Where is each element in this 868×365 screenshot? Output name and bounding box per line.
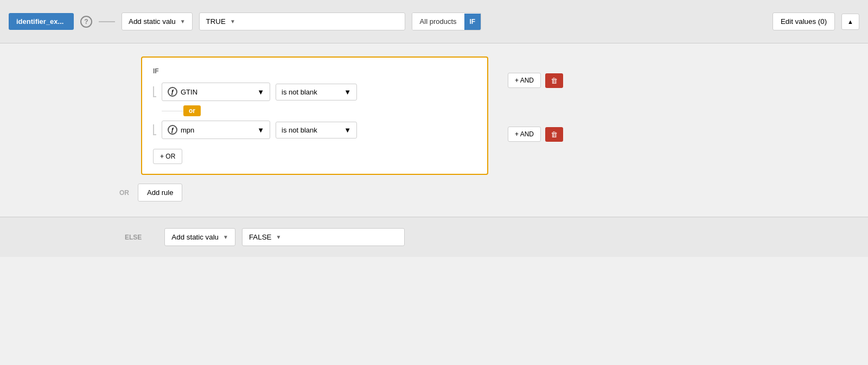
- mpn-operator-arrow: ▼: [344, 126, 351, 134]
- and-button-2[interactable]: + AND: [508, 127, 541, 142]
- collapse-button[interactable]: ▲: [841, 14, 859, 30]
- gtin-dropdown-arrow: ▼: [257, 88, 264, 96]
- add-static-value-dropdown[interactable]: Add static valu ▼: [122, 12, 193, 30]
- delete-button-1[interactable]: 🗑: [545, 73, 563, 88]
- or-separator: or: [162, 105, 476, 116]
- false-dropdown-arrow: ▼: [276, 234, 281, 240]
- mpn-operator-dropdown[interactable]: is not blank ▼: [276, 122, 357, 139]
- identifier-badge: identifier_ex...: [9, 13, 74, 30]
- or-add-rule-section: OR Add rule: [141, 175, 868, 206]
- field-icon-gtin: ƒ: [168, 87, 177, 97]
- mpn-field-dropdown[interactable]: ƒ mpn ▼: [162, 121, 270, 139]
- field-icon-mpn: ƒ: [168, 125, 177, 135]
- if-block: IF ƒ GTIN ▼ is not blank ▼: [141, 56, 488, 175]
- gtin-operator-arrow: ▼: [344, 88, 351, 96]
- connector-line: [99, 21, 115, 22]
- else-add-static-dropdown[interactable]: Add static valu ▼: [164, 228, 235, 246]
- or-section-label: OR: [119, 189, 129, 197]
- all-products-group: All products IF: [412, 12, 482, 30]
- else-add-static-arrow: ▼: [223, 234, 228, 240]
- or-line-left: [162, 111, 183, 111]
- if-badge: IF: [464, 14, 481, 30]
- mpn-dropdown-arrow: ▼: [257, 126, 264, 134]
- row-gap: [497, 92, 563, 122]
- else-section: ELSE Add static valu ▼ FALSE ▼: [0, 217, 868, 257]
- gtin-field-dropdown[interactable]: ƒ GTIN ▼: [162, 83, 270, 101]
- top-row: identifier_ex... ? Add static valu ▼ TRU…: [0, 0, 868, 43]
- dropdown-arrow: ▼: [180, 18, 186, 24]
- dropdown-arrow-true: ▼: [230, 18, 235, 24]
- delete-button-2[interactable]: 🗑: [545, 127, 563, 142]
- else-label: ELSE: [125, 234, 142, 241]
- true-value-dropdown[interactable]: TRUE ▼: [199, 12, 405, 30]
- add-or-button[interactable]: + OR: [153, 149, 182, 164]
- help-icon[interactable]: ?: [80, 16, 92, 28]
- edit-values-button[interactable]: Edit values (0): [773, 12, 835, 30]
- or-pill: or: [183, 105, 201, 116]
- all-products-label: All products: [412, 13, 464, 30]
- gtin-operator-dropdown[interactable]: is not blank ▼: [276, 84, 357, 100]
- and-button-1[interactable]: + AND: [508, 73, 541, 88]
- false-value-dropdown[interactable]: FALSE ▼: [242, 228, 405, 246]
- if-block-label: IF: [153, 67, 476, 75]
- add-rule-button[interactable]: Add rule: [138, 184, 182, 202]
